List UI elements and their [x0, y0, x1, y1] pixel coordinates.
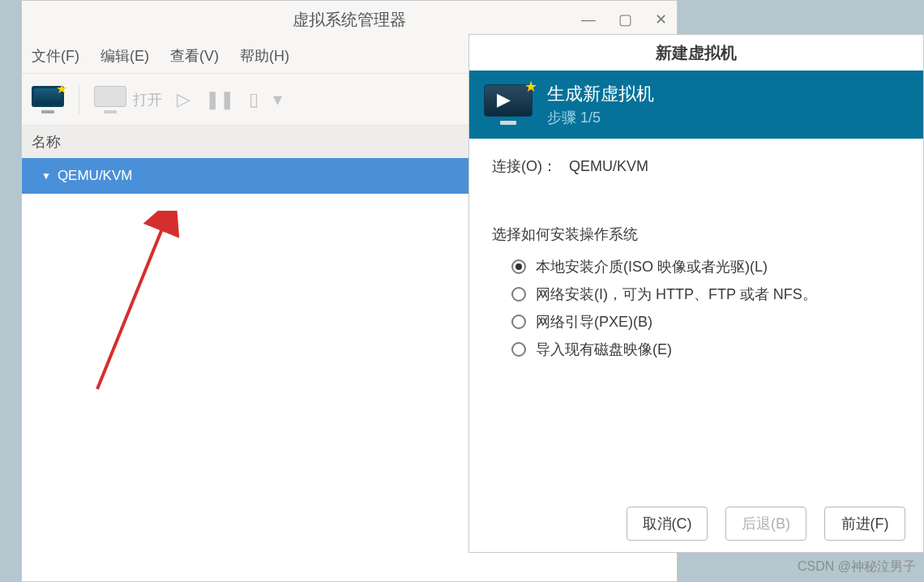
caret-down-icon[interactable]: ▾: [273, 89, 282, 110]
radio-icon: [511, 259, 526, 274]
maximize-icon[interactable]: ▢: [618, 11, 632, 28]
radio-icon: [511, 287, 526, 302]
menu-edit[interactable]: 编辑(E): [101, 46, 149, 66]
dialog-banner-icon: ▶★: [484, 84, 533, 125]
menu-view[interactable]: 查看(V): [170, 46, 219, 66]
dialog-banner: ▶★ 生成新虚拟机 步骤 1/5: [469, 71, 923, 139]
open-button-label: 打开: [133, 90, 162, 109]
close-icon[interactable]: ✕: [655, 11, 667, 28]
radio-icon: [511, 342, 526, 357]
radio-icon: [511, 315, 526, 329]
connection-value: QEMU/KVM: [569, 158, 648, 174]
option-network-install[interactable]: 网络安装(I)，可为 HTTP、FTP 或者 NFS。: [511, 285, 900, 304]
connection-info: 连接(O)： QEMU/KVM: [492, 156, 900, 176]
back-button[interactable]: 后退(B): [725, 507, 806, 541]
dialog-body: 连接(O)： QEMU/KVM 选择如何安装操作系统 本地安装介质(ISO 映像…: [469, 139, 923, 495]
pause-icon[interactable]: ❚❚: [205, 89, 234, 110]
cancel-button[interactable]: 取消(C): [627, 507, 708, 541]
next-button[interactable]: 前进(F): [824, 507, 905, 541]
option-label: 网络安装(I)，可为 HTTP、FTP 或者 NFS。: [536, 285, 817, 304]
install-prompt: 选择如何安装操作系统: [492, 225, 900, 244]
minimize-icon[interactable]: —: [581, 11, 596, 28]
monitor-icon: [94, 86, 126, 113]
new-vm-button[interactable]: ★: [32, 86, 64, 113]
window-title: 虚拟系统管理器: [293, 9, 406, 31]
option-pxe[interactable]: 网络引导(PXE)(B): [511, 312, 900, 332]
dialog-titlebar: 新建虚拟机: [469, 35, 923, 71]
stop-icon[interactable]: ▯: [249, 89, 259, 110]
titlebar: 虚拟系统管理器 — ▢ ✕: [22, 1, 677, 38]
option-label: 导入现有磁盘映像(E): [536, 340, 672, 359]
separator: [79, 85, 79, 114]
dialog-banner-text: 生成新虚拟机 步骤 1/5: [547, 82, 654, 127]
new-vm-icon: ★: [32, 86, 64, 113]
banner-heading: 生成新虚拟机: [547, 82, 654, 106]
open-button[interactable]: 打开: [94, 86, 162, 113]
play-icon[interactable]: ▷: [177, 89, 190, 110]
chevron-down-icon: ▼: [41, 170, 51, 182]
option-label: 网络引导(PXE)(B): [536, 312, 652, 332]
column-header-label: 名称: [32, 132, 61, 152]
banner-step: 步骤 1/5: [547, 108, 654, 127]
option-label: 本地安装介质(ISO 映像或者光驱)(L): [536, 257, 768, 276]
option-import-disk[interactable]: 导入现有磁盘映像(E): [511, 340, 900, 359]
option-local-media[interactable]: 本地安装介质(ISO 映像或者光驱)(L): [511, 257, 900, 276]
menu-help[interactable]: 帮助(H): [240, 46, 289, 66]
window-controls: — ▢ ✕: [581, 1, 667, 38]
watermark: CSDN @神秘泣男子: [798, 558, 916, 576]
dialog-title: 新建虚拟机: [656, 42, 737, 64]
connection-label-text: 连接(O)：: [492, 158, 557, 174]
new-vm-dialog: 新建虚拟机 ▶★ 生成新虚拟机 步骤 1/5 连接(O)： QEMU/KVM 选…: [468, 34, 924, 553]
dialog-footer: 取消(C) 后退(B) 前进(F): [469, 495, 923, 552]
connection-label: QEMU/KVM: [58, 168, 133, 184]
menu-file[interactable]: 文件(F): [32, 46, 79, 66]
